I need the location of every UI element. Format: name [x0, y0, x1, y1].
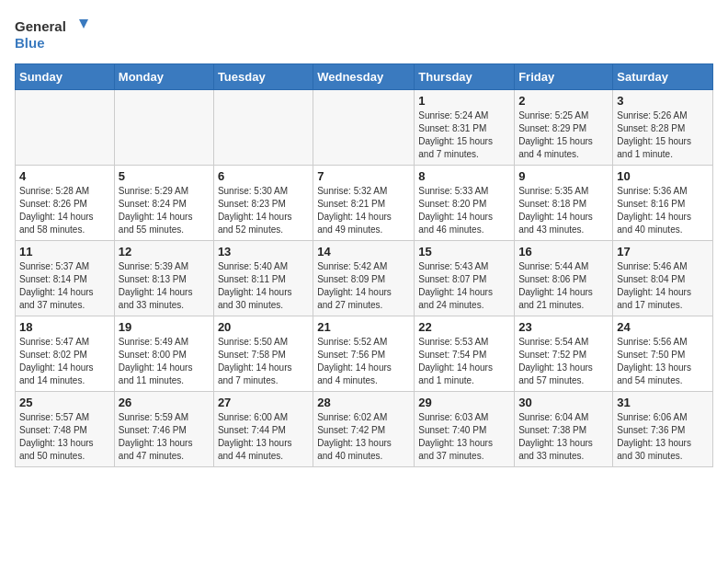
weekday-header-saturday: Saturday: [613, 64, 713, 90]
calendar-table: SundayMondayTuesdayWednesdayThursdayFrid…: [15, 63, 713, 467]
calendar-cell: 2Sunrise: 5:25 AM Sunset: 8:29 PM Daylig…: [515, 90, 613, 166]
day-info: Sunrise: 5:30 AM Sunset: 8:23 PM Dayligh…: [218, 185, 309, 236]
calendar-cell: 23Sunrise: 5:54 AM Sunset: 7:52 PM Dayli…: [515, 316, 613, 392]
weekday-header-friday: Friday: [515, 64, 613, 90]
calendar-cell: [313, 90, 415, 166]
day-number: 22: [418, 320, 510, 334]
weekday-header-thursday: Thursday: [415, 64, 515, 90]
day-number: 12: [119, 245, 210, 259]
calendar-cell: 26Sunrise: 5:59 AM Sunset: 7:46 PM Dayli…: [114, 392, 213, 467]
day-info: Sunrise: 5:26 AM Sunset: 8:28 PM Dayligh…: [617, 109, 709, 161]
calendar-cell: 20Sunrise: 5:50 AM Sunset: 7:58 PM Dayli…: [213, 316, 313, 392]
svg-marker-2: [79, 19, 88, 29]
day-info: Sunrise: 5:44 AM Sunset: 8:06 PM Dayligh…: [518, 260, 609, 312]
calendar-cell: 18Sunrise: 5:47 AM Sunset: 8:02 PM Dayli…: [16, 316, 115, 392]
svg-text:General: General: [15, 18, 66, 34]
day-number: 18: [19, 320, 110, 334]
day-number: 5: [119, 169, 210, 183]
day-info: Sunrise: 5:24 AM Sunset: 8:31 PM Dayligh…: [418, 109, 510, 161]
day-info: Sunrise: 5:33 AM Sunset: 8:20 PM Dayligh…: [418, 185, 510, 236]
svg-text:Blue: Blue: [15, 35, 45, 51]
calendar-cell: 11Sunrise: 5:37 AM Sunset: 8:14 PM Dayli…: [16, 241, 115, 316]
day-info: Sunrise: 5:50 AM Sunset: 7:58 PM Dayligh…: [218, 336, 309, 387]
day-info: Sunrise: 5:40 AM Sunset: 8:11 PM Dayligh…: [218, 260, 309, 312]
calendar-cell: [16, 90, 115, 166]
calendar-cell: 28Sunrise: 6:02 AM Sunset: 7:42 PM Dayli…: [313, 392, 415, 467]
calendar-cell: 3Sunrise: 5:26 AM Sunset: 8:28 PM Daylig…: [613, 90, 713, 166]
day-number: 16: [518, 245, 609, 259]
day-number: 24: [617, 320, 709, 334]
day-number: 23: [518, 320, 609, 334]
day-number: 15: [418, 245, 510, 259]
calendar-cell: 7Sunrise: 5:32 AM Sunset: 8:21 PM Daylig…: [313, 166, 415, 241]
day-number: 29: [418, 396, 510, 409]
day-info: Sunrise: 5:39 AM Sunset: 8:13 PM Dayligh…: [119, 260, 210, 312]
calendar-cell: 1Sunrise: 5:24 AM Sunset: 8:31 PM Daylig…: [415, 90, 515, 166]
day-info: Sunrise: 5:25 AM Sunset: 8:29 PM Dayligh…: [518, 109, 609, 161]
day-info: Sunrise: 5:29 AM Sunset: 8:24 PM Dayligh…: [119, 185, 210, 236]
calendar-cell: 31Sunrise: 6:06 AM Sunset: 7:36 PM Dayli…: [613, 392, 713, 467]
calendar-cell: 22Sunrise: 5:53 AM Sunset: 7:54 PM Dayli…: [415, 316, 515, 392]
day-info: Sunrise: 5:53 AM Sunset: 7:54 PM Dayligh…: [418, 336, 510, 387]
calendar-body: 1Sunrise: 5:24 AM Sunset: 8:31 PM Daylig…: [16, 90, 713, 467]
calendar-cell: 17Sunrise: 5:46 AM Sunset: 8:04 PM Dayli…: [613, 241, 713, 316]
calendar-cell: 12Sunrise: 5:39 AM Sunset: 8:13 PM Dayli…: [114, 241, 213, 316]
weekday-header-wednesday: Wednesday: [313, 64, 415, 90]
day-number: 30: [518, 396, 609, 409]
week-row-4: 18Sunrise: 5:47 AM Sunset: 8:02 PM Dayli…: [16, 316, 713, 392]
day-number: 7: [317, 169, 410, 183]
day-number: 26: [119, 396, 210, 409]
week-row-3: 11Sunrise: 5:37 AM Sunset: 8:14 PM Dayli…: [16, 241, 713, 316]
calendar-cell: 29Sunrise: 6:03 AM Sunset: 7:40 PM Dayli…: [415, 392, 515, 467]
calendar-cell: [213, 90, 313, 166]
calendar-cell: 19Sunrise: 5:49 AM Sunset: 8:00 PM Dayli…: [114, 316, 213, 392]
calendar-cell: 27Sunrise: 6:00 AM Sunset: 7:44 PM Dayli…: [213, 392, 313, 467]
logo-svg: General Blue: [15, 15, 88, 56]
day-info: Sunrise: 5:46 AM Sunset: 8:04 PM Dayligh…: [617, 260, 709, 312]
calendar-cell: 25Sunrise: 5:57 AM Sunset: 7:48 PM Dayli…: [16, 392, 115, 467]
calendar-cell: 5Sunrise: 5:29 AM Sunset: 8:24 PM Daylig…: [114, 166, 213, 241]
day-number: 28: [317, 396, 410, 409]
day-info: Sunrise: 6:02 AM Sunset: 7:42 PM Dayligh…: [317, 411, 410, 463]
day-info: Sunrise: 5:57 AM Sunset: 7:48 PM Dayligh…: [19, 411, 110, 463]
calendar-cell: [114, 90, 213, 166]
calendar-cell: 6Sunrise: 5:30 AM Sunset: 8:23 PM Daylig…: [213, 166, 313, 241]
day-number: 13: [218, 245, 309, 259]
day-number: 31: [617, 396, 709, 409]
week-row-2: 4Sunrise: 5:28 AM Sunset: 8:26 PM Daylig…: [16, 166, 713, 241]
day-number: 8: [418, 169, 510, 183]
day-info: Sunrise: 5:59 AM Sunset: 7:46 PM Dayligh…: [119, 411, 210, 463]
calendar-cell: 14Sunrise: 5:42 AM Sunset: 8:09 PM Dayli…: [313, 241, 415, 316]
weekday-header-sunday: Sunday: [16, 64, 115, 90]
calendar-header: SundayMondayTuesdayWednesdayThursdayFrid…: [16, 64, 713, 90]
calendar-cell: 4Sunrise: 5:28 AM Sunset: 8:26 PM Daylig…: [16, 166, 115, 241]
day-number: 21: [317, 320, 410, 334]
day-info: Sunrise: 5:54 AM Sunset: 7:52 PM Dayligh…: [518, 336, 609, 387]
day-number: 27: [218, 396, 309, 409]
day-number: 1: [418, 94, 510, 108]
day-info: Sunrise: 5:47 AM Sunset: 8:02 PM Dayligh…: [19, 336, 110, 387]
day-info: Sunrise: 6:06 AM Sunset: 7:36 PM Dayligh…: [617, 411, 709, 463]
day-number: 9: [518, 169, 609, 183]
day-number: 4: [19, 169, 110, 183]
header: General Blue: [15, 15, 713, 56]
logo: General Blue: [15, 15, 88, 56]
day-info: Sunrise: 5:35 AM Sunset: 8:18 PM Dayligh…: [518, 185, 609, 236]
day-info: Sunrise: 5:37 AM Sunset: 8:14 PM Dayligh…: [19, 260, 110, 312]
week-row-5: 25Sunrise: 5:57 AM Sunset: 7:48 PM Dayli…: [16, 392, 713, 467]
day-number: 20: [218, 320, 309, 334]
calendar-cell: 30Sunrise: 6:04 AM Sunset: 7:38 PM Dayli…: [515, 392, 613, 467]
weekday-header-row: SundayMondayTuesdayWednesdayThursdayFrid…: [16, 64, 713, 90]
day-info: Sunrise: 5:42 AM Sunset: 8:09 PM Dayligh…: [317, 260, 410, 312]
day-number: 3: [617, 94, 709, 108]
day-info: Sunrise: 5:32 AM Sunset: 8:21 PM Dayligh…: [317, 185, 410, 236]
day-number: 17: [617, 245, 709, 259]
day-info: Sunrise: 5:43 AM Sunset: 8:07 PM Dayligh…: [418, 260, 510, 312]
day-info: Sunrise: 5:52 AM Sunset: 7:56 PM Dayligh…: [317, 336, 410, 387]
day-info: Sunrise: 6:04 AM Sunset: 7:38 PM Dayligh…: [518, 411, 609, 463]
calendar-cell: 21Sunrise: 5:52 AM Sunset: 7:56 PM Dayli…: [313, 316, 415, 392]
weekday-header-tuesday: Tuesday: [213, 64, 313, 90]
calendar-cell: 24Sunrise: 5:56 AM Sunset: 7:50 PM Dayli…: [613, 316, 713, 392]
day-info: Sunrise: 5:49 AM Sunset: 8:00 PM Dayligh…: [119, 336, 210, 387]
week-row-1: 1Sunrise: 5:24 AM Sunset: 8:31 PM Daylig…: [16, 90, 713, 166]
